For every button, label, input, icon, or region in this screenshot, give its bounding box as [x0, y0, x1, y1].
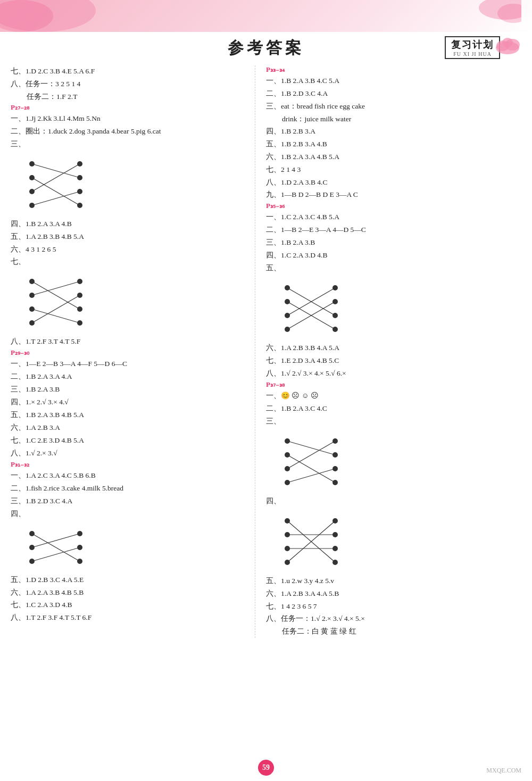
svg-point-7 — [502, 38, 513, 47]
svg-point-12 — [29, 161, 35, 167]
svg-point-58 — [285, 452, 290, 458]
svg-line-10 — [32, 164, 80, 192]
answer-line: 四、1.× 2.√ 3.× 4.√ — [11, 396, 244, 409]
svg-line-33 — [32, 534, 80, 547]
match-diagram — [271, 510, 356, 571]
svg-point-19 — [77, 203, 82, 208]
answer-line: 二、圈出：1.duck 2.dog 3.panda 4.bear 5.pig 6… — [11, 126, 244, 138]
answer-line-indent: drink：juice milk water — [282, 113, 500, 126]
svg-point-52 — [332, 327, 338, 332]
svg-line-21 — [32, 281, 80, 295]
answer-line: 三、eat：bread fish rice egg cake — [266, 101, 500, 113]
match-exercise — [16, 153, 101, 214]
answer-line: 一、1—E 2—B 3—A 4—F 5—D 6—C — [11, 358, 244, 370]
svg-point-70 — [285, 532, 290, 537]
svg-point-28 — [77, 279, 82, 284]
svg-point-75 — [332, 546, 338, 551]
answer-line: 三、 — [11, 138, 244, 151]
content-area: 七、1.D 2.C 3.B 4.E 5.A 6.F八、任务一：3 2 5 1 4… — [0, 61, 532, 638]
svg-point-71 — [285, 546, 290, 551]
svg-point-35 — [29, 531, 35, 536]
answer-line: 一、😊 ☹ ☺ ☹ — [266, 390, 500, 402]
svg-point-25 — [29, 293, 35, 298]
answer-line: 五、1.A 2.B 3.B 4.B 5.A — [11, 231, 244, 243]
svg-point-16 — [77, 161, 82, 167]
svg-point-38 — [77, 531, 82, 536]
svg-line-23 — [32, 295, 80, 323]
svg-point-72 — [285, 560, 290, 565]
answer-line-indent: 任务二：1.F 2.T — [27, 91, 244, 103]
svg-point-62 — [332, 452, 338, 458]
answer-line: 一、1.A 2.C 3.A 4.C 5.B 6.B — [11, 470, 244, 482]
answer-line: 六、1.A 2.B 3.A 4.A 5.B — [266, 588, 500, 600]
corner-decoration — [0, 0, 106, 32]
fuxi-title: 复习计划 — [451, 38, 494, 51]
answer-line: 二、1.B 2.A 3.C 4.C — [266, 403, 500, 415]
answer-line: 八、1.√ 2.× 3.√ — [11, 447, 244, 460]
svg-point-60 — [285, 480, 290, 485]
cloud-icon — [493, 33, 522, 54]
page: 参考答案 复习计划 FU XI JI HUA 七、1.D 2.C 3.B 4.E… — [0, 0, 532, 781]
section-header: P₃₇₋₃₈ — [266, 380, 500, 389]
svg-line-22 — [32, 309, 80, 323]
svg-point-27 — [29, 320, 35, 326]
right-corner-decoration — [468, 0, 521, 27]
svg-point-76 — [332, 560, 338, 565]
svg-point-36 — [29, 545, 35, 550]
answer-line: 四、 — [266, 495, 500, 508]
answer-line: 九、1—B D 2—B D E 3—A C — [266, 189, 500, 201]
answer-line: 八、1.√ 2.√ 3.× 4.× 5.√ 6.× — [266, 368, 500, 380]
svg-line-55 — [287, 441, 335, 469]
answer-line: 六、1.A 2.B 3.B 4.A 5.A — [266, 342, 500, 354]
answer-line: 五、1.u 2.w 3.y 4.z 5.v — [266, 575, 500, 587]
answer-line: 三、1.B 2.A 3.B — [266, 237, 500, 249]
svg-point-46 — [285, 299, 290, 304]
svg-point-61 — [332, 438, 338, 444]
answer-line: 七、1 4 2 3 6 5 7 — [266, 601, 500, 613]
page-number: 59 — [258, 760, 274, 776]
svg-point-73 — [332, 518, 338, 524]
svg-point-51 — [332, 313, 338, 318]
svg-point-40 — [77, 559, 82, 564]
match-diagram — [16, 523, 101, 570]
svg-point-26 — [29, 306, 35, 312]
answer-line: 八、任务一：3 2 5 1 4 — [11, 78, 244, 90]
title-area: 参考答案 复习计划 FU XI JI HUA — [0, 32, 532, 61]
answer-line: 一、1.Jj 2.Kk 3.Ll 4.Mm 5.Nn — [11, 113, 244, 125]
svg-point-18 — [77, 189, 82, 194]
answer-line: 七、2 1 4 3 — [266, 164, 500, 176]
answer-line: 三、1.B 2.D 3.C 4.A — [11, 495, 244, 508]
answer-line: 一、1.C 2.A 3.C 4.B 5.A — [266, 211, 500, 223]
answer-line: 六、1.A 2.B 3.A — [11, 422, 244, 434]
answer-line: 五、1.B 2.A 3.B 4.B 5.A — [11, 409, 244, 421]
svg-line-11 — [32, 192, 80, 205]
answer-line: 二、1—B 2—E 3—A 4—D 5—C — [266, 224, 500, 236]
answer-line: 八、任务一：1.√ 2.× 3.√ 4.× 5.× — [266, 613, 500, 625]
svg-point-39 — [77, 545, 82, 550]
match-exercise — [271, 277, 356, 338]
svg-point-24 — [29, 279, 35, 284]
section-header: P₃₅₋₃₆ — [266, 202, 500, 210]
svg-point-47 — [285, 313, 290, 318]
answer-line: 七、 — [11, 256, 244, 268]
answer-line: 五、 — [266, 262, 500, 275]
svg-point-74 — [332, 532, 338, 537]
svg-point-48 — [285, 327, 290, 332]
left-column: 七、1.D 2.C 3.B 4.E 5.A 6.F八、任务一：3 2 5 1 4… — [11, 65, 255, 638]
svg-point-15 — [29, 203, 35, 208]
answer-line: 三、1.B 2.A 3.B — [11, 384, 244, 396]
page-title: 参考答案 — [228, 39, 304, 56]
match-diagram — [16, 153, 101, 214]
match-exercise — [271, 510, 356, 571]
section-header: P₂₇₋₂₈ — [11, 103, 244, 112]
svg-point-69 — [285, 518, 290, 524]
answer-line: 四、1.C 2.A 3.D 4.B — [266, 250, 500, 262]
match-diagram — [271, 277, 356, 338]
svg-line-34 — [32, 547, 80, 561]
svg-point-57 — [285, 438, 290, 444]
answer-line: 七、1.C 2.E 3.D 4.B 5.A — [11, 435, 244, 447]
svg-point-37 — [29, 559, 35, 564]
fuxi-subtitle: FU XI JI HUA — [451, 51, 494, 57]
match-diagram — [16, 271, 101, 331]
svg-point-14 — [29, 189, 35, 194]
